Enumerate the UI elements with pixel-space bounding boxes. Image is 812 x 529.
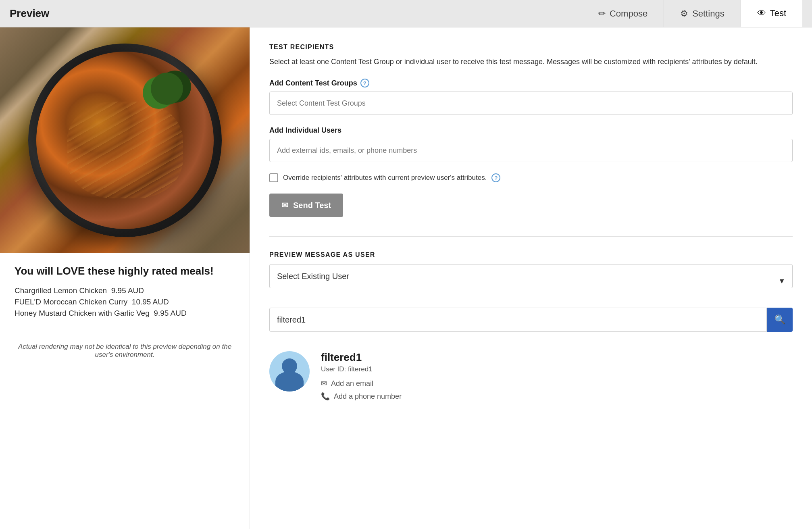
nav-tabs: ✏ Compose ⚙ Settings 👁 Test	[582, 0, 802, 27]
left-panel: You will LOVE these highly rated meals! …	[0, 27, 250, 529]
individual-users-input[interactable]	[269, 139, 793, 162]
override-checkbox-row: Override recipients' attributes with cur…	[269, 173, 793, 182]
menu-item-3: Honey Mustard Chicken with Garlic Veg 9.…	[15, 309, 235, 318]
menu-item-3-price: 9.95 AUD	[154, 309, 186, 317]
preview-as-user-section: PREVIEW MESSAGE AS USER Select Existing …	[269, 251, 793, 411]
page-title: Preview	[10, 7, 49, 20]
section-divider	[269, 236, 793, 237]
dish-visual	[28, 44, 222, 237]
main-layout: You will LOVE these highly rated meals! …	[0, 27, 812, 529]
test-recipients-title: TEST RECIPIENTS	[269, 44, 793, 51]
tab-test[interactable]: 👁 Test	[741, 0, 802, 27]
menu-item-1: Chargrilled Lemon Chicken 9.95 AUD	[15, 286, 235, 295]
avatar	[269, 351, 310, 392]
send-test-label: Send Test	[293, 201, 331, 210]
test-recipients-section: TEST RECIPIENTS Select at least one Cont…	[269, 44, 793, 217]
user-id: User ID: filtered1	[321, 365, 793, 373]
settings-icon: ⚙	[680, 8, 688, 19]
tab-settings[interactable]: ⚙ Settings	[664, 0, 741, 27]
avatar-body	[275, 371, 304, 392]
content-test-groups-input[interactable]	[269, 92, 793, 115]
menu-item-2: FUEL'D Moroccan Chicken Curry 10.95 AUD	[15, 298, 235, 306]
override-checkbox-label: Override recipients' attributes with cur…	[283, 174, 487, 182]
content-test-groups-help-icon[interactable]: ?	[360, 79, 369, 87]
preview-footer-text: Actual rendering may not be identical to…	[15, 343, 235, 359]
user-name: filtered1	[321, 351, 793, 364]
test-icon: 👁	[757, 8, 766, 19]
individual-users-label: Add Individual Users	[269, 126, 793, 135]
test-recipients-description: Select at least one Content Test Group o…	[269, 56, 793, 67]
preview-as-user-title: PREVIEW MESSAGE AS USER	[269, 251, 793, 258]
user-search-button[interactable]: 🔍	[767, 308, 793, 332]
tab-compose-label: Compose	[610, 8, 648, 19]
compose-icon: ✏	[598, 8, 606, 19]
menu-item-2-price: 10.95 AUD	[132, 298, 169, 306]
override-help-icon[interactable]: ?	[491, 173, 500, 182]
dish-greens	[151, 73, 183, 105]
existing-user-select[interactable]: Select Existing User	[269, 264, 793, 288]
content-test-groups-label: Add Content Test Groups ?	[269, 79, 793, 87]
add-phone-item[interactable]: 📞 Add a phone number	[321, 392, 793, 401]
preview-headline: You will LOVE these highly rated meals!	[15, 264, 235, 278]
send-test-email-icon: ✉	[281, 200, 288, 210]
add-email-item[interactable]: ✉ Add an email	[321, 379, 793, 388]
menu-item-1-price: 9.95 AUD	[111, 286, 144, 295]
dish-highlights	[67, 102, 183, 198]
preview-image	[0, 27, 250, 253]
user-info: filtered1 User ID: filtered1 ✉ Add an em…	[321, 351, 793, 405]
tab-test-label: Test	[770, 8, 786, 19]
tab-compose[interactable]: ✏ Compose	[582, 0, 664, 27]
user-search-input[interactable]	[269, 308, 767, 332]
user-card: filtered1 User ID: filtered1 ✉ Add an em…	[269, 345, 793, 411]
menu-item-2-name: FUEL'D Moroccan Chicken Curry	[15, 298, 127, 306]
tab-settings-label: Settings	[692, 8, 725, 19]
search-icon: 🔍	[775, 314, 785, 325]
email-icon: ✉	[321, 379, 327, 388]
preview-footer: Actual rendering may not be identical to…	[0, 331, 250, 359]
existing-user-select-wrapper: Select Existing User ▼	[269, 264, 793, 298]
override-checkbox[interactable]	[269, 173, 278, 182]
add-email-label: Add an email	[331, 379, 373, 388]
phone-icon: 📞	[321, 392, 330, 401]
top-navigation: Preview ✏ Compose ⚙ Settings 👁 Test	[0, 0, 812, 27]
menu-item-1-name: Chargrilled Lemon Chicken	[15, 286, 107, 295]
user-search-row: 🔍	[269, 308, 793, 332]
send-test-button[interactable]: ✉ Send Test	[269, 194, 343, 217]
right-panel: TEST RECIPIENTS Select at least one Cont…	[250, 27, 812, 529]
menu-item-3-name: Honey Mustard Chicken with Garlic Veg	[15, 309, 150, 317]
preview-content: You will LOVE these highly rated meals! …	[0, 253, 250, 331]
preview-image-container	[0, 27, 250, 253]
add-phone-label: Add a phone number	[334, 392, 402, 401]
